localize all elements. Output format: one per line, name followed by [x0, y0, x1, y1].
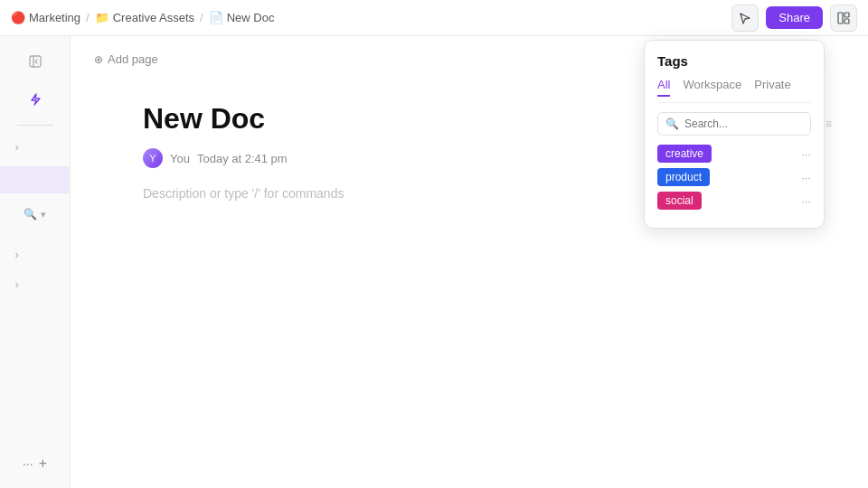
breadcrumb: 🔴 Marketing / 📁 Creative Assets / 📄 New …	[11, 11, 274, 24]
breadcrumb-new-doc[interactable]: 📄 New Doc	[209, 11, 275, 24]
chevron-right-icon-2: ›	[15, 248, 19, 261]
tags-panel: Tags All Workspace Private 🔍 ≡ creative …	[644, 40, 825, 229]
topbar-actions: Share	[731, 5, 857, 32]
more-icon[interactable]: ···	[23, 456, 33, 471]
search-icon: 🔍	[24, 208, 37, 221]
topbar: 🔴 Marketing / 📁 Creative Assets / 📄 New …	[0, 0, 868, 36]
tab-workspace[interactable]: Workspace	[683, 78, 741, 97]
tag-menu-product[interactable]: ···	[801, 171, 811, 184]
chevron-right-icon-1: ›	[15, 140, 19, 154]
sidebar-collapse-icon[interactable]	[19, 45, 52, 78]
add-icon[interactable]: +	[39, 455, 47, 472]
avatar: Y	[143, 148, 163, 168]
sidebar-bottom-actions: ··· +	[15, 448, 54, 479]
add-page-icon: ⊕	[94, 53, 103, 66]
breadcrumb-creative-assets-label: Creative Assets	[113, 11, 194, 24]
breadcrumb-marketing-label: Marketing	[29, 11, 80, 24]
sidebar-nav-item-1[interactable]: ›	[8, 135, 62, 159]
sidebar-divider-1	[17, 125, 53, 126]
svg-rect-1	[844, 13, 849, 17]
sidebar-nav-item-2[interactable]: ›	[8, 242, 62, 267]
breadcrumb-creative-assets[interactable]: 📁 Creative Assets	[95, 11, 194, 24]
sidebar-selected-item[interactable]	[0, 166, 70, 193]
svg-rect-0	[838, 13, 843, 23]
sidebar: › 🔍 ▾ › › ··· +	[0, 36, 71, 488]
breadcrumb-sep-2: /	[200, 11, 203, 24]
tab-all[interactable]: All	[657, 78, 670, 97]
chevron-down-icon: ▾	[41, 209, 46, 221]
marketing-icon: 🔴	[11, 11, 25, 24]
tag-item-product: product ···	[657, 168, 811, 186]
tag-menu-social[interactable]: ···	[801, 194, 811, 208]
tags-panel-title: Tags	[657, 53, 811, 69]
svg-rect-2	[844, 19, 849, 23]
chevron-right-icon-3: ›	[15, 277, 19, 291]
doc-timestamp: Today at 2:41 pm	[197, 152, 288, 165]
cursor-button[interactable]	[731, 5, 759, 32]
doc-icon: 📄	[209, 11, 223, 24]
tag-item-creative: creative ···	[657, 145, 811, 163]
tag-menu-creative[interactable]: ···	[801, 147, 811, 161]
sidebar-bolt-icon[interactable]	[19, 83, 52, 116]
sidebar-nav-item-3[interactable]: ›	[8, 272, 62, 296]
tag-badge-product[interactable]: product	[657, 168, 710, 186]
tags-search-input[interactable]	[684, 117, 820, 130]
tab-private[interactable]: Private	[754, 78, 790, 97]
breadcrumb-sep-1: /	[86, 11, 90, 24]
tag-badge-social[interactable]: social	[657, 192, 702, 210]
author-name: You	[170, 152, 190, 165]
share-button[interactable]: Share	[766, 6, 823, 29]
tag-item-social: social ···	[657, 192, 811, 210]
tags-tabs: All Workspace Private	[657, 78, 811, 103]
breadcrumb-new-doc-label: New Doc	[227, 11, 275, 24]
breadcrumb-marketing[interactable]: 🔴 Marketing	[11, 11, 80, 24]
tags-search-icon: 🔍	[665, 117, 679, 130]
add-page-label: Add page	[108, 52, 158, 66]
tags-filter-icon[interactable]: ≡	[826, 117, 832, 130]
tag-badge-creative[interactable]: creative	[657, 145, 712, 163]
folder-icon: 📁	[95, 11, 109, 24]
tags-search-box: 🔍 ≡	[657, 112, 811, 136]
add-page-button[interactable]: ⊕ Add page	[89, 49, 164, 70]
layout-button[interactable]	[830, 5, 857, 32]
sidebar-search-row[interactable]: 🔍 ▾	[16, 204, 53, 224]
